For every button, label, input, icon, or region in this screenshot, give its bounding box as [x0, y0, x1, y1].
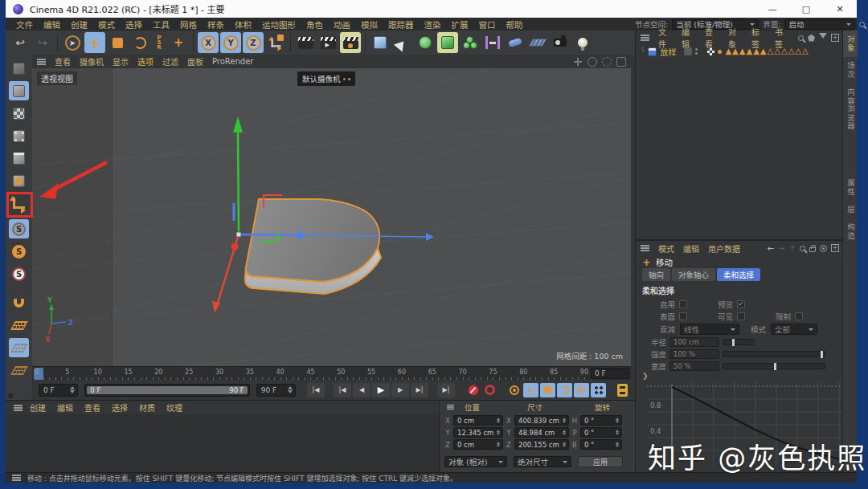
side-tab-layers[interactable]: 层 [843, 201, 858, 219]
last-used-tool[interactable]: + [168, 32, 189, 53]
generators-loft-button[interactable] [437, 32, 458, 53]
previous-frame-button[interactable]: ◀ [353, 383, 371, 397]
toggle-views-icon[interactable] [616, 57, 626, 67]
goto-end-button[interactable]: ▶| [437, 383, 455, 397]
vp-menu-prorender[interactable]: ProRender [212, 57, 253, 66]
parent-up-icon[interactable]: ↑ [789, 244, 796, 253]
am-menu-userdata[interactable]: 用户数据 [708, 242, 740, 255]
new-panel-icon[interactable]: + [831, 244, 839, 252]
rotate-view-icon[interactable] [602, 57, 612, 67]
apply-button[interactable]: 应用 [578, 456, 623, 467]
floor-button[interactable] [527, 32, 548, 53]
strength-field[interactable]: 100 % [669, 349, 719, 359]
menu-tools[interactable]: 工具 [153, 18, 170, 31]
z-axis-lock-button[interactable]: Z [243, 32, 264, 53]
maximize-button[interactable]: □ [789, 0, 823, 18]
view-label[interactable]: 透视视图 [37, 71, 77, 85]
enable-snap-button[interactable] [9, 293, 29, 312]
mat-menu-view[interactable]: 查看 [84, 401, 100, 414]
timeline-window-button[interactable] [615, 383, 630, 397]
mat-menu-select[interactable]: 选择 [112, 401, 128, 414]
size-y-field[interactable]: 48.984 cm [514, 427, 569, 438]
next-key-button[interactable]: ▶| [411, 383, 428, 397]
material-dot-icon[interactable] [718, 50, 722, 54]
rot-b-field[interactable]: 0 ° [580, 439, 622, 450]
y-axis-lock-button[interactable]: Y [220, 32, 241, 53]
width-slider[interactable] [723, 363, 825, 369]
mat-menu-material[interactable]: 材质 [139, 401, 155, 414]
current-frame-field[interactable]: 0 F [39, 384, 78, 397]
side-tab-attributes[interactable]: 属性 [843, 174, 858, 201]
preview-checkbox[interactable]: ✓ [737, 300, 745, 308]
selection-tag-icons[interactable]: ▲▲▲▲▲▲△△△△△△ [725, 47, 809, 55]
play-button[interactable]: ▶ [372, 383, 390, 397]
coordinate-system-button[interactable] [265, 32, 286, 53]
menu-edit[interactable]: 编辑 [43, 18, 60, 31]
vp-menu-panel[interactable]: 面板 [187, 55, 203, 67]
size-z-field[interactable]: 200.155 cm [514, 439, 569, 450]
strength-slider[interactable] [723, 351, 825, 357]
status-menu-icon[interactable] [12, 477, 21, 479]
polygon-mode-button[interactable] [9, 171, 29, 190]
mat-menu-create[interactable]: 创建 [30, 401, 46, 414]
am-panel-menu-icon[interactable] [641, 247, 649, 249]
rot-p-field[interactable]: 0 ° [580, 427, 622, 438]
search-icon[interactable] [859, 22, 865, 27]
search-icon[interactable] [798, 35, 804, 41]
vp-menu-filter[interactable]: 过滤 [162, 55, 178, 67]
history-forward-icon[interactable]: → [778, 244, 784, 253]
close-button[interactable]: ✕ [823, 0, 857, 18]
preview-range-slider[interactable]: 0 F 90 F [84, 384, 249, 397]
autokey-button[interactable] [482, 383, 497, 397]
x-axis-lock-button[interactable]: X [198, 32, 219, 53]
size-x-field[interactable]: 400.839 cm [514, 415, 569, 426]
om-panel-menu-icon[interactable] [641, 37, 649, 39]
symmetry-button[interactable] [482, 32, 503, 53]
edge-mode-button[interactable] [9, 149, 29, 168]
ruler-frame-field[interactable]: 0 F [591, 368, 629, 379]
zoom-view-icon[interactable] [588, 57, 597, 67]
om-menu-view[interactable]: 查看 [705, 26, 719, 50]
menu-render[interactable]: 渲染 [424, 18, 441, 31]
size-mode-select[interactable]: 绝对尺寸 [514, 456, 571, 467]
visibility-toggle[interactable] [684, 47, 692, 55]
rot-h-field[interactable]: 0 ° [580, 415, 622, 426]
render-picture-viewer-button[interactable]: ▶ [317, 32, 338, 53]
side-tab-objects[interactable]: 对象 [843, 31, 858, 57]
om-menu-edit[interactable]: 编辑 [682, 26, 696, 50]
solo-single-button[interactable]: S [9, 242, 29, 261]
side-tab-structure[interactable]: 构造 [843, 218, 858, 245]
subdivision-surface-button[interactable] [415, 32, 436, 53]
menu-simulate[interactable]: 模拟 [361, 18, 378, 31]
mograph-cloner-button[interactable] [460, 32, 481, 53]
vp-menu-options[interactable]: 选项 [137, 55, 154, 67]
viewport-canvas[interactable]: Y Z X 透视视图 默认摄像机 网格间距 : 100 cm [32, 68, 631, 366]
menu-create[interactable]: 创建 [71, 18, 88, 31]
vp-menu-cameras[interactable]: 摄像机 [80, 55, 104, 67]
visibility-dots-icon[interactable] [695, 48, 698, 55]
visible-checkbox[interactable] [737, 312, 745, 320]
minimize-button[interactable]: — [755, 0, 789, 18]
interface-select[interactable]: 启动 [784, 19, 855, 30]
menu-help[interactable]: 帮助 [506, 18, 523, 31]
tab-soft-selection[interactable]: 柔和选择 [717, 268, 760, 281]
point-mode-button[interactable] [9, 126, 29, 145]
solo-hierarchy-button[interactable]: S [9, 264, 29, 283]
spline-pen-button[interactable] [392, 32, 413, 53]
mode-select[interactable]: 全部 [771, 324, 817, 335]
side-tab-content-browser[interactable]: 内容浏览器 [843, 84, 858, 136]
mat-menu-edit[interactable]: 编辑 [57, 401, 73, 414]
menu-file[interactable]: 文件 [16, 18, 33, 31]
am-menu-edit[interactable]: 编辑 [683, 242, 699, 255]
key-rotation-button[interactable] [557, 383, 572, 397]
timeline-ruler[interactable]: 0 F 051015202530354045505560657075808590 [32, 366, 631, 380]
vp-menu-view[interactable]: 查看 [55, 55, 71, 67]
model-mode-button[interactable] [9, 81, 29, 100]
stepper-icon[interactable] [70, 384, 75, 396]
viewport-solo-button[interactable]: S [9, 219, 29, 238]
filter-icon[interactable] [819, 33, 827, 43]
menu-tracker[interactable]: 跟踪器 [388, 18, 414, 31]
object-row-loft[interactable]: └ 放样 ▲▲▲▲▲▲△△△△△△ [636, 45, 842, 58]
pos-z-field[interactable]: 0 cm [453, 439, 503, 450]
tab-axis[interactable]: 轴向 [642, 268, 670, 281]
